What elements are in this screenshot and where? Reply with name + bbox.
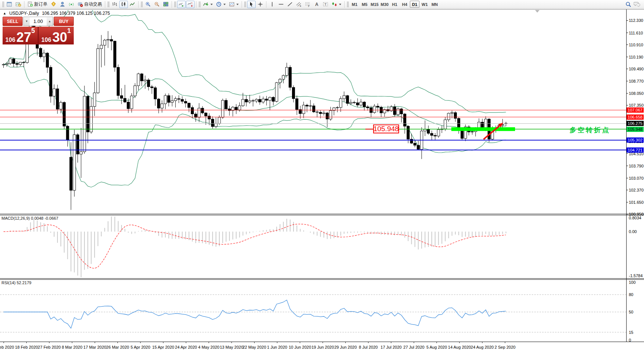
fibonacci-tool-button[interactable]: F xyxy=(303,1,312,8)
chart-canvas[interactable] xyxy=(0,0,644,352)
line-chart-type-button[interactable] xyxy=(128,1,137,8)
chart-list-button[interactable] xyxy=(5,1,14,8)
volume-increase-button[interactable]: ▲ xyxy=(47,17,53,26)
price-badge-106.275[interactable]: 106.275 xyxy=(627,121,644,126)
auto-trading-label: 自动交易 xyxy=(84,1,102,7)
horizontal-line-tool-button[interactable] xyxy=(277,1,285,8)
community-button[interactable] xyxy=(58,1,67,8)
crosshair-icon xyxy=(258,1,263,7)
candlestick-icon xyxy=(121,1,126,7)
date-label: 9 Feb 2020 xyxy=(0,345,14,349)
macd-scale-zero: 0.00 xyxy=(629,229,637,234)
volume-decrease-button[interactable]: ▼ xyxy=(24,17,30,26)
candle-chart-type-button[interactable] xyxy=(119,1,128,8)
toolbar-grip[interactable] xyxy=(174,1,176,7)
timeframe-m30[interactable]: M30 xyxy=(380,1,389,8)
timeframe-d1[interactable]: D1 xyxy=(410,1,419,8)
svg-text:E: E xyxy=(300,5,301,7)
chart-corner-dropdown-icon[interactable] xyxy=(535,10,540,13)
price-tick-label: 110.190 xyxy=(629,55,643,59)
timeframe-m15[interactable]: M15 xyxy=(370,1,379,8)
date-label: 2 Sep 2020 xyxy=(495,345,515,349)
timeframe-w1[interactable]: W1 xyxy=(420,1,429,8)
price-badge-104.721[interactable]: 104.721 xyxy=(627,147,644,153)
rsi-scale-80: 80 xyxy=(629,292,633,297)
new-order-button[interactable]: 新订单 xyxy=(26,1,49,8)
price-note-box[interactable]: 105.948 xyxy=(373,124,399,133)
date-label: 1 Jun 2020 xyxy=(267,345,287,349)
buy-button[interactable]: BUY xyxy=(54,17,74,26)
channel-tool-button[interactable]: E xyxy=(295,1,303,8)
turning-point-note[interactable]: 多空转折点 xyxy=(570,126,610,135)
search-icon[interactable] xyxy=(625,1,631,7)
signal-icon xyxy=(69,1,74,7)
trendline-tool-button[interactable] xyxy=(286,1,294,8)
highlight-band[interactable] xyxy=(451,127,515,131)
auto-trading-button[interactable]: 自动交易 xyxy=(76,1,103,8)
price-badge-105.948[interactable]: 105.948 xyxy=(627,127,644,132)
crosshair-tool-button[interactable] xyxy=(256,1,265,8)
trendline-icon xyxy=(287,1,293,7)
panel-toggle-icon[interactable]: ▲ xyxy=(3,11,6,15)
price-tick-label: 108.770 xyxy=(629,79,644,83)
date-label: 17 Jul 2020 xyxy=(381,345,402,349)
new-order-label: 新订单 xyxy=(34,1,47,7)
price-tick-label: 103.790 xyxy=(629,164,644,168)
arrows-tool-button[interactable] xyxy=(330,1,343,8)
price-badge-106.658[interactable]: 106.658 xyxy=(627,114,644,120)
price-tick-label: 111.610 xyxy=(629,31,643,35)
sell-button[interactable]: SELL xyxy=(3,17,23,26)
zoom-in-button[interactable] xyxy=(144,1,152,8)
auto-scroll-button[interactable] xyxy=(177,1,186,8)
timeframe-m1[interactable]: M1 xyxy=(350,1,359,8)
tile-windows-button[interactable] xyxy=(162,1,170,8)
volume-value[interactable]: 1.00 xyxy=(30,17,47,26)
vertical-line-tool-button[interactable] xyxy=(268,1,276,8)
periods-button[interactable] xyxy=(215,1,227,8)
toolbar-grip[interactable] xyxy=(244,1,246,7)
macd-indicator-label: MACD(12,26,9) 0.0048 -0.0667 xyxy=(1,216,58,220)
chart-list-icon xyxy=(7,1,12,7)
buy-price[interactable]: 106 30 1 xyxy=(39,27,74,44)
templates-button[interactable] xyxy=(228,1,240,8)
timeframe-h1[interactable]: H1 xyxy=(390,1,399,8)
toolbar-grip[interactable] xyxy=(2,1,4,7)
strategy-tester-button[interactable] xyxy=(14,1,23,8)
chart-shift-button[interactable] xyxy=(186,1,195,8)
volume-field[interactable]: ▼ 1.00 ▲ xyxy=(23,17,53,26)
timeframe-mn[interactable]: MN xyxy=(430,1,439,8)
chevron-down-icon xyxy=(210,4,213,5)
channel-icon: E xyxy=(296,1,302,7)
toolbar-grip[interactable] xyxy=(141,1,143,7)
sell-price[interactable]: 106 27 5 xyxy=(3,27,39,44)
signal-button[interactable] xyxy=(67,1,76,8)
chevron-down-icon xyxy=(339,4,341,5)
toolbar-grip[interactable] xyxy=(347,1,349,7)
history-center-button[interactable] xyxy=(49,1,58,8)
zoom-out-button[interactable] xyxy=(153,1,161,8)
date-label: 22 May 2020 xyxy=(243,345,266,349)
cursor-tool-button[interactable] xyxy=(247,1,256,8)
price-badge-105.302[interactable]: 105.302 xyxy=(627,137,644,143)
label-tool-button[interactable]: T xyxy=(321,1,330,8)
price-tick-label: 103.070 xyxy=(629,176,644,180)
buy-price-big-figure: 106 xyxy=(42,37,52,43)
new-order-icon xyxy=(27,1,33,7)
toolbar-grip[interactable] xyxy=(107,1,109,7)
text-tool-button[interactable]: A xyxy=(312,1,321,8)
timeframe-h4[interactable]: H4 xyxy=(400,1,409,8)
svg-text:F: F xyxy=(308,5,310,7)
toolbar-grip[interactable] xyxy=(199,1,200,7)
chevron-down-icon xyxy=(223,4,226,5)
chart-title: ▲ USDJPY-,Daily 106.295 106.379 106.125 … xyxy=(3,11,110,16)
price-badge-107.067[interactable]: 107.067 xyxy=(627,107,644,113)
chat-icon[interactable] xyxy=(634,1,640,7)
timeframe-group: M1M5M15M30H1H4D1W1MN xyxy=(350,1,439,8)
timeframe-m5[interactable]: M5 xyxy=(360,1,369,8)
indicators-button[interactable] xyxy=(202,1,214,8)
date-label: 5 Aug 2020 xyxy=(426,345,447,349)
price-note-text: 105.948 xyxy=(374,125,399,133)
bar-chart-type-button[interactable] xyxy=(110,1,119,8)
date-label: 13 May 2020 xyxy=(220,345,243,349)
clock-icon xyxy=(216,1,222,7)
